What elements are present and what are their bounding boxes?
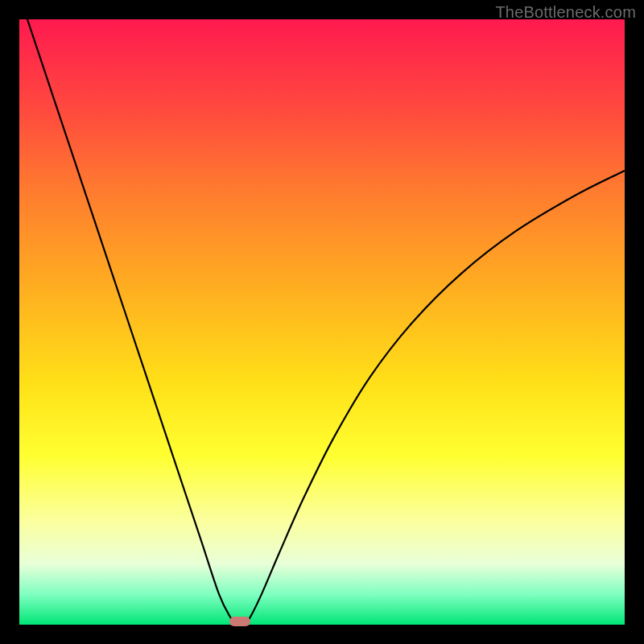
minimum-marker (229, 617, 250, 626)
curve-path (19, 0, 625, 625)
watermark-text: TheBottleneck.com (495, 3, 636, 22)
chart-plot-area (19, 19, 625, 625)
bottleneck-curve (19, 19, 625, 625)
